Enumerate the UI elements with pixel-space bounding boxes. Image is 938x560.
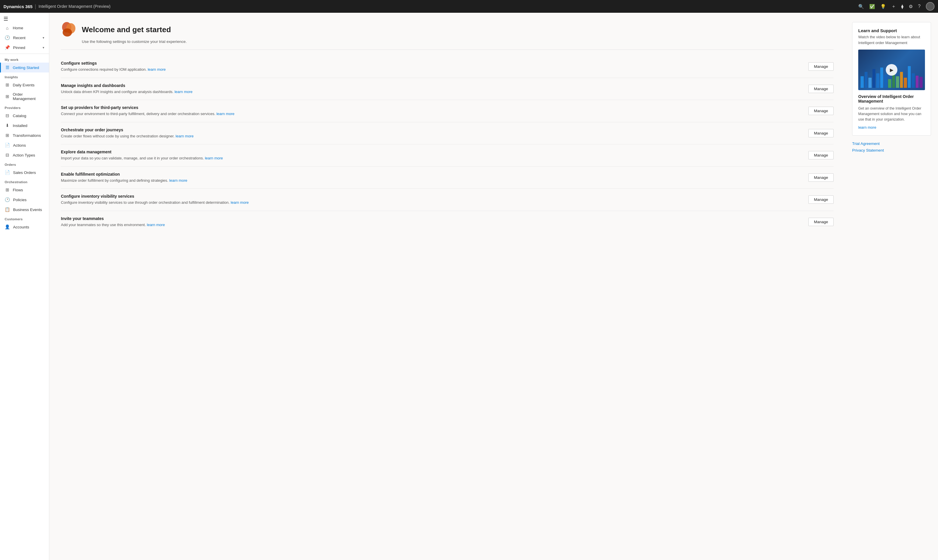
sidebar-item-sales-orders[interactable]: 📄 Sales Orders [0, 168, 49, 177]
sidebar-item-action-types-label: Action Types [13, 153, 35, 157]
sidebar-item-policies[interactable]: 🕐 Policies [0, 195, 49, 205]
sidebar-item-transformations[interactable]: ⊞ Transformations [0, 131, 49, 140]
business-events-icon: 📋 [5, 207, 10, 212]
card-desc-configure-settings: Configure connections required by IOM ap… [61, 67, 802, 72]
lightbulb-icon[interactable]: 💡 [880, 4, 886, 9]
sidebar-item-getting-started-label: Getting Started [13, 66, 39, 70]
video-bar [888, 79, 891, 88]
sidebar-section-orchestration: Orchestration [0, 177, 49, 185]
card-item-invite-teammates: Invite your teammatesAdd your teammates … [61, 211, 833, 233]
check-circle-icon[interactable]: ✅ [869, 4, 875, 9]
brand-name: Dynamics 365 [3, 4, 32, 9]
settings-icon[interactable]: ⚙ [909, 4, 913, 9]
card-link-invite-teammates[interactable]: learn more [147, 223, 165, 227]
installed-icon: ⬇ [5, 123, 10, 128]
sidebar-item-pinned[interactable]: 📌 Pinned ▾ [0, 43, 49, 52]
sidebar-section-my-work: My work [0, 55, 49, 63]
manage-btn-orchestrate-journeys[interactable]: Manage [808, 129, 833, 137]
manage-btn-inventory-visibility[interactable]: Manage [808, 195, 833, 204]
pinned-chevron-icon: ▾ [43, 46, 45, 49]
welcome-header: Welcome and get started [61, 22, 833, 37]
card-desc-explore-data: Import your data so you can validate, ma… [61, 155, 802, 161]
video-title: Overview of Intelligent Order Management [858, 94, 925, 103]
sidebar-item-daily-events[interactable]: ⊞ Daily Events [0, 80, 49, 90]
external-links: Trial Agreement Privacy Statement [852, 142, 931, 152]
card-title-manage-insights: Manage insights and dashboards [61, 83, 802, 88]
sidebar-item-action-types[interactable]: ⊟ Action Types [0, 150, 49, 160]
sidebar-item-recent-label: Recent [13, 35, 26, 40]
svg-point-2 [63, 28, 72, 37]
action-types-icon: ⊟ [5, 152, 10, 158]
sidebar-item-catalog[interactable]: ⊟ Catalog [0, 111, 49, 121]
privacy-statement-link[interactable]: Privacy Statement [852, 148, 931, 152]
card-link-fulfillment-optimization[interactable]: learn more [170, 178, 187, 183]
manage-btn-manage-insights[interactable]: Manage [808, 85, 833, 93]
sidebar-item-order-management[interactable]: ⊞ Order Management [0, 90, 49, 103]
card-item-explore-data: Explore data managementImport your data … [61, 145, 833, 167]
nav-divider: | [35, 3, 36, 9]
sidebar-item-home[interactable]: ⌂ Home [0, 23, 49, 33]
getting-started-icon: ☰ [5, 65, 10, 70]
welcome-divider [61, 49, 833, 50]
manage-btn-setup-providers[interactable]: Manage [808, 107, 833, 115]
card-item-inventory-visibility: Configure inventory visibility servicesC… [61, 189, 833, 211]
video-thumbnail[interactable]: ▶ [858, 49, 925, 90]
card-text-explore-data: Explore data managementImport your data … [61, 149, 802, 161]
sales-orders-icon: 📄 [5, 170, 10, 175]
card-item-configure-settings: Configure settingsConfigure connections … [61, 55, 833, 78]
sidebar-item-accounts-label: Accounts [13, 225, 29, 229]
plus-icon[interactable]: ＋ [891, 3, 896, 9]
user-avatar[interactable] [926, 2, 935, 11]
top-nav: Dynamics 365 | Intelligent Order Managem… [0, 0, 938, 13]
sidebar-item-installed-label: Installed [13, 123, 27, 128]
sidebar-item-business-events[interactable]: 📋 Business Events [0, 205, 49, 214]
help-icon[interactable]: ? [918, 4, 921, 9]
home-icon: ⌂ [5, 26, 10, 31]
card-title-setup-providers: Set up providers for third-party service… [61, 105, 802, 110]
sidebar-item-recent[interactable]: 🕐 Recent ▾ [0, 33, 49, 43]
play-button[interactable]: ▶ [886, 64, 897, 75]
hamburger-icon[interactable]: ☰ [3, 16, 8, 22]
sidebar-item-accounts[interactable]: 👤 Accounts [0, 222, 49, 232]
sidebar-item-actions[interactable]: 📄 Actions [0, 140, 49, 150]
content-wrapper: Welcome and get started Use the followin… [49, 13, 938, 560]
brand-logo[interactable]: Dynamics 365 | Intelligent Order Managem… [3, 3, 111, 9]
card-link-configure-settings[interactable]: learn more [148, 67, 166, 72]
card-link-setup-providers[interactable]: learn more [216, 112, 234, 116]
card-item-fulfillment-optimization: Enable fulfillment optimizationMaximize … [61, 167, 833, 189]
sidebar-item-installed[interactable]: ⬇ Installed [0, 121, 49, 131]
manage-btn-invite-teammates[interactable]: Manage [808, 218, 833, 226]
card-link-explore-data[interactable]: learn more [205, 156, 223, 160]
card-link-inventory-visibility[interactable]: learn more [231, 200, 248, 205]
trial-agreement-link[interactable]: Trial Agreement [852, 142, 931, 146]
card-desc-fulfillment-optimization: Maximize order fulfillment by configurin… [61, 178, 802, 183]
manage-btn-fulfillment-optimization[interactable]: Manage [808, 173, 833, 182]
card-text-invite-teammates: Invite your teammatesAdd your teammates … [61, 216, 802, 228]
card-title-fulfillment-optimization: Enable fulfillment optimization [61, 172, 802, 177]
sidebar-item-flows[interactable]: ⊞ Flows [0, 185, 49, 195]
manage-btn-configure-settings[interactable]: Manage [808, 62, 833, 71]
manage-btn-explore-data[interactable]: Manage [808, 151, 833, 159]
filter-icon[interactable]: ⧫ [901, 4, 904, 9]
sidebar-item-business-events-label: Business Events [13, 208, 42, 212]
sidebar: ☰ ⌂ Home 🕐 Recent ▾ 📌 Pinned ▾ My work ☰… [0, 13, 49, 560]
top-nav-icons: 🔍 ✅ 💡 ＋ ⧫ ⚙ ? [858, 2, 935, 11]
video-learn-more-link[interactable]: learn more [858, 125, 876, 129]
sidebar-section-insights: Insights [0, 72, 49, 80]
video-bar [861, 76, 864, 88]
card-list: Configure settingsConfigure connections … [61, 55, 833, 233]
card-desc-inventory-visibility: Configure inventory visibility services … [61, 200, 802, 206]
accounts-icon: 👤 [5, 225, 10, 229]
card-text-inventory-visibility: Configure inventory visibility servicesC… [61, 194, 802, 206]
center-panel: Welcome and get started Use the followin… [49, 13, 845, 560]
video-bar [880, 68, 884, 88]
app-name: Intelligent Order Management (Preview) [39, 4, 111, 9]
card-title-inventory-visibility: Configure inventory visibility services [61, 194, 802, 198]
sidebar-item-getting-started[interactable]: ☰ Getting Started [0, 63, 49, 72]
video-bar [919, 77, 923, 88]
video-bar [869, 78, 872, 88]
card-desc-setup-providers: Connect your environment to third-party … [61, 111, 802, 117]
search-icon[interactable]: 🔍 [858, 4, 864, 9]
card-link-orchestrate-journeys[interactable]: learn more [176, 134, 193, 138]
card-link-manage-insights[interactable]: learn more [174, 89, 193, 94]
